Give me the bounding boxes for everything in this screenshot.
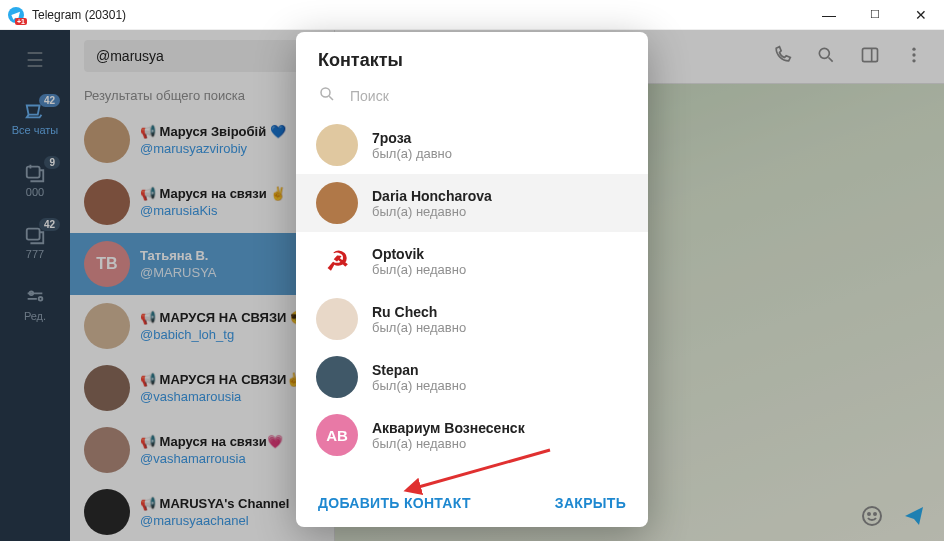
contact-item[interactable]: Daria Honcharovaбыл(а) недавно	[296, 174, 648, 232]
close-modal-button[interactable]: ЗАКРЫТЬ	[555, 495, 626, 511]
contact-status: был(а) недавно	[372, 320, 466, 335]
window-titlebar: +1 Telegram (20301) — ☐ ✕	[0, 0, 944, 30]
add-contact-button[interactable]: ДОБАВИТЬ КОНТАКТ	[318, 495, 471, 511]
avatar	[316, 298, 358, 340]
contact-status: был(а) недавно	[372, 262, 466, 277]
contact-item[interactable]: Stepanбыл(а) недавно	[296, 348, 648, 406]
contact-item[interactable]: 7розабыл(а) давно	[296, 116, 648, 174]
maximize-button[interactable]: ☐	[852, 0, 898, 30]
contact-name: Stepan	[372, 362, 466, 378]
contact-item[interactable]: ☭Optovikбыл(а) недавно	[296, 232, 648, 290]
contact-status: был(а) недавно	[372, 436, 525, 451]
avatar	[316, 124, 358, 166]
window-title: Telegram (20301)	[32, 8, 126, 22]
contact-name: Аквариум Вознесенск	[372, 420, 525, 436]
search-icon	[318, 85, 336, 106]
telegram-logo-icon: +1	[8, 7, 24, 23]
contact-item[interactable]: АВАквариум Вознесенскбыл(а) недавно	[296, 406, 648, 464]
logo-badge: +1	[15, 18, 27, 25]
close-button[interactable]: ✕	[898, 0, 944, 30]
minimize-button[interactable]: —	[806, 0, 852, 30]
modal-overlay[interactable]: Контакты 7розабыл(а) давноDaria Honcharo…	[0, 30, 944, 541]
contact-name: Ru Chech	[372, 304, 466, 320]
svg-point-13	[321, 88, 330, 97]
modal-search-row	[296, 79, 648, 116]
contact-item[interactable]: Ru Chechбыл(а) недавно	[296, 290, 648, 348]
contacts-modal: Контакты 7розабыл(а) давноDaria Honcharo…	[296, 32, 648, 527]
avatar	[316, 182, 358, 224]
modal-title: Контакты	[296, 32, 648, 79]
window-controls: — ☐ ✕	[806, 0, 944, 30]
modal-footer: ДОБАВИТЬ КОНТАКТ ЗАКРЫТЬ	[296, 481, 648, 527]
avatar	[316, 356, 358, 398]
contact-status: был(а) недавно	[372, 378, 466, 393]
contacts-list[interactable]: 7розабыл(а) давноDaria Honcharovaбыл(а) …	[296, 116, 648, 481]
contact-status: был(а) давно	[372, 146, 452, 161]
contact-status: был(а) недавно	[372, 204, 492, 219]
avatar: АВ	[316, 414, 358, 456]
avatar: ☭	[316, 240, 358, 282]
contact-name: Daria Honcharova	[372, 188, 492, 204]
modal-search-input[interactable]	[350, 88, 626, 104]
contact-name: Optovik	[372, 246, 466, 262]
contact-name: 7роза	[372, 130, 452, 146]
